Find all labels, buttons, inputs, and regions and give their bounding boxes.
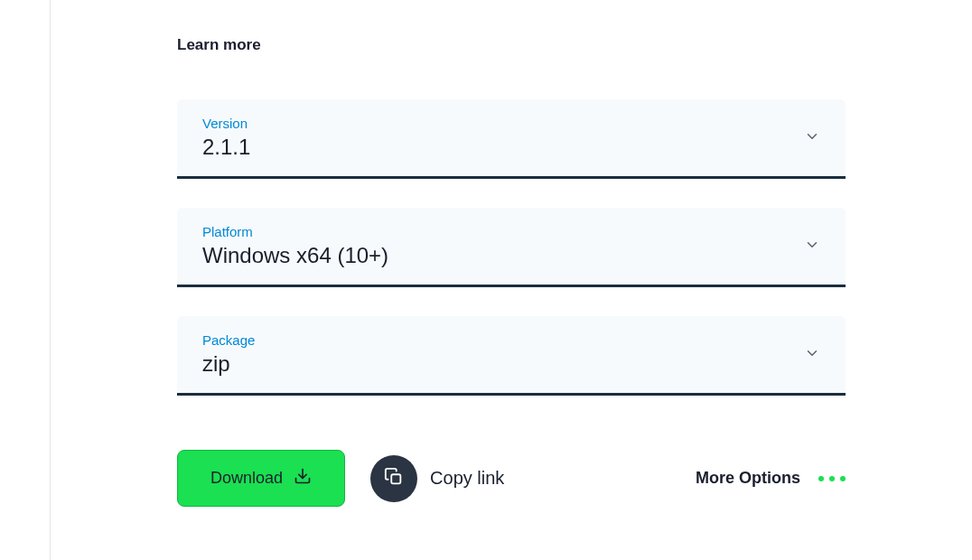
learn-more-link[interactable]: Learn more bbox=[177, 36, 846, 54]
version-select[interactable]: Version 2.1.1 bbox=[177, 99, 846, 179]
platform-select[interactable]: Platform Windows x64 (10+) bbox=[177, 208, 846, 287]
more-horizontal-icon bbox=[818, 476, 846, 481]
download-button-label: Download bbox=[210, 469, 283, 488]
package-select-group: Package zip bbox=[177, 316, 846, 396]
package-value: zip bbox=[202, 351, 255, 377]
actions-left: Download Copy link bbox=[177, 450, 504, 507]
version-value: 2.1.1 bbox=[202, 135, 250, 160]
svg-rect-1 bbox=[391, 474, 400, 483]
more-options-button[interactable]: More Options bbox=[696, 469, 846, 488]
chevron-down-icon bbox=[804, 345, 820, 365]
download-button[interactable]: Download bbox=[177, 450, 345, 507]
more-options-label: More Options bbox=[696, 469, 800, 488]
copy-icon-circle bbox=[370, 455, 417, 502]
package-select-content: Package zip bbox=[202, 332, 255, 377]
copy-link-button[interactable]: Copy link bbox=[370, 455, 504, 502]
platform-value: Windows x64 (10+) bbox=[202, 243, 388, 268]
platform-select-content: Platform Windows x64 (10+) bbox=[202, 224, 388, 268]
copy-link-label: Copy link bbox=[430, 468, 504, 489]
package-label: Package bbox=[202, 332, 255, 348]
download-form: Learn more Version 2.1.1 Platform Window… bbox=[50, 0, 972, 560]
chevron-down-icon bbox=[804, 237, 820, 257]
chevron-down-icon bbox=[804, 128, 820, 148]
version-label: Version bbox=[202, 116, 250, 131]
download-icon bbox=[294, 467, 312, 490]
package-select[interactable]: Package zip bbox=[177, 316, 846, 396]
actions-row: Download Copy link More Options bbox=[177, 450, 846, 507]
copy-icon bbox=[384, 467, 404, 490]
version-select-group: Version 2.1.1 bbox=[177, 99, 846, 179]
platform-select-group: Platform Windows x64 (10+) bbox=[177, 208, 846, 287]
platform-label: Platform bbox=[202, 224, 388, 239]
version-select-content: Version 2.1.1 bbox=[202, 116, 250, 160]
